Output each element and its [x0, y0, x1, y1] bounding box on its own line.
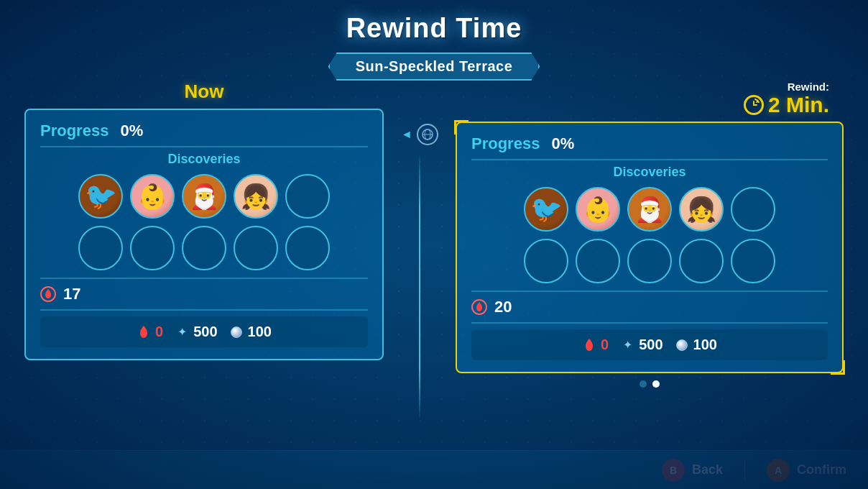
right-fire-stat-icon — [582, 338, 596, 352]
left-divider-1 — [40, 146, 368, 147]
center-nav: ◄ — [398, 124, 441, 420]
right-section: Rewind: 2 Min. — [456, 81, 844, 388]
rewind-info: Rewind: 2 Min. — [448, 81, 836, 117]
right-divider-1 — [471, 159, 828, 160]
left-spark-num: 500 — [193, 324, 217, 340]
left-char-7 — [130, 226, 175, 270]
center-divider — [419, 154, 420, 420]
right-char-1: 🐦 — [524, 187, 568, 232]
left-char-2: 👶 — [130, 174, 175, 219]
left-stat-row: 17 — [40, 285, 368, 303]
left-fire-num: 0 — [155, 324, 163, 340]
left-sphere-stat: 100 — [229, 324, 272, 340]
page-dots — [456, 380, 844, 388]
page-dot-1 — [640, 380, 647, 388]
left-circles-row2 — [40, 226, 368, 270]
left-char-4: 👧 — [234, 174, 278, 219]
right-fire-stat: 0 — [582, 337, 609, 353]
nav-arrow-left[interactable]: ◄ — [401, 128, 412, 141]
right-sphere-stat: 100 — [675, 337, 717, 353]
globe-icon — [417, 124, 438, 145]
right-bottom-stats: 0 ✦ 500 100 — [471, 329, 828, 360]
location-name: Sun-Speckled Terrace — [328, 52, 540, 81]
right-stat-row: 20 — [471, 298, 828, 316]
right-sphere-icon — [675, 338, 689, 352]
left-char-3: 🎅 — [182, 174, 226, 219]
right-char-8 — [627, 239, 672, 283]
right-card: Progress 0% Discoveries 🐦 👶 🎅 — [456, 122, 844, 373]
right-circles-row2 — [471, 239, 828, 283]
corner-top-left — [454, 120, 468, 134]
left-progress-label: Progress — [40, 122, 108, 140]
right-circles-row1: 🐦 👶 🎅 👧 — [471, 187, 828, 232]
right-discoveries-label: Discoveries — [471, 165, 828, 180]
left-char-9 — [234, 226, 278, 270]
panels-container: Now Progress 0% Discoveries 🐦 👶 — [24, 81, 844, 420]
left-fire-stat-icon — [137, 325, 151, 339]
rewind-time-value: 2 Min. — [768, 93, 829, 117]
main-content: Rewind Time Sun-Speckled Terrace Now Pro… — [0, 0, 868, 489]
right-fire-icon — [471, 299, 487, 315]
left-circles-row1: 🐦 👶 🎅 👧 — [40, 174, 368, 219]
right-progress-row: Progress 0% — [471, 134, 828, 153]
location-badge: Sun-Speckled Terrace — [328, 52, 540, 81]
left-section: Now Progress 0% Discoveries 🐦 👶 — [24, 81, 384, 360]
left-char-5 — [285, 174, 330, 219]
left-char-8 — [182, 226, 226, 270]
left-sphere-num: 100 — [248, 324, 272, 340]
left-divider-2 — [40, 278, 368, 279]
right-char-4: 👧 — [679, 187, 724, 232]
left-char-1: 🐦 — [78, 174, 123, 219]
right-char-2: 👶 — [576, 187, 620, 232]
right-char-10 — [731, 239, 775, 283]
right-divider-2 — [471, 291, 828, 292]
left-char-6 — [78, 226, 123, 270]
right-divider-3 — [471, 322, 828, 324]
corner-bottom-right — [831, 360, 845, 375]
left-divider-3 — [40, 309, 368, 311]
right-fire-num: 0 — [601, 337, 609, 353]
right-spark-icon: ✦ — [620, 338, 634, 352]
right-char-7 — [576, 239, 620, 283]
left-progress-value: 0% — [120, 122, 143, 140]
left-spark-stat: ✦ 500 — [175, 324, 217, 340]
left-fire-icon — [40, 286, 56, 302]
left-card: Progress 0% Discoveries 🐦 👶 🎅 — [24, 109, 384, 360]
page-dot-2 — [652, 380, 660, 388]
right-stat-value: 20 — [494, 298, 512, 316]
rewind-time-row: 2 Min. — [448, 93, 829, 117]
left-progress-row: Progress 0% — [40, 122, 368, 140]
page-title: Rewind Time — [346, 13, 522, 44]
right-spark-num: 500 — [639, 337, 662, 353]
right-spark-stat: ✦ 500 — [620, 337, 662, 353]
left-char-10 — [285, 226, 330, 270]
right-char-6 — [524, 239, 568, 283]
right-sphere-num: 100 — [693, 337, 717, 353]
left-spark-icon: ✦ — [175, 325, 189, 339]
right-char-5 — [731, 187, 775, 232]
now-label: Now — [185, 81, 224, 103]
right-progress-value: 0% — [551, 134, 574, 153]
right-char-3: 🎅 — [627, 187, 672, 232]
left-discoveries-label: Discoveries — [40, 152, 368, 167]
rewind-label: Rewind: — [448, 81, 829, 93]
left-sphere-icon — [229, 325, 244, 339]
left-fire-stat: 0 — [137, 324, 163, 340]
right-progress-label: Progress — [471, 134, 540, 153]
right-char-9 — [679, 239, 724, 283]
left-bottom-stats: 0 ✦ 500 100 — [40, 316, 368, 347]
rewind-clock-icon — [744, 95, 764, 115]
left-stat-value: 17 — [63, 285, 80, 303]
